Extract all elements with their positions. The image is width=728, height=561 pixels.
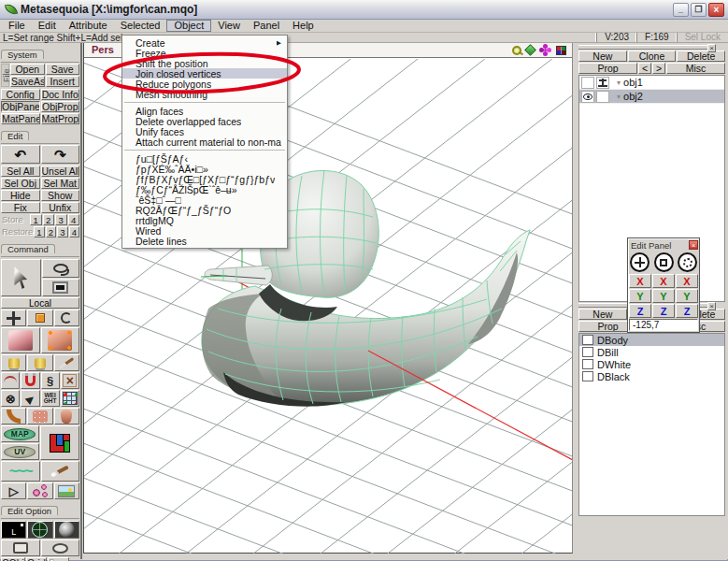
shaded-sphere-option[interactable]	[54, 521, 79, 539]
item-button[interactable]: <	[638, 63, 651, 74]
play-tool[interactable]: ▷	[1, 482, 26, 499]
coordinate-value-field[interactable]: -125,7	[629, 319, 698, 331]
hide-button[interactable]: Hide	[1, 190, 40, 201]
sel-lock[interactable]: Sel Lock	[677, 33, 728, 42]
maximize-button[interactable]: ❐	[691, 3, 707, 17]
move-mode-button[interactable]	[630, 252, 649, 272]
select-tool[interactable]	[1, 259, 41, 296]
menuitem-freeze[interactable]: Freeze	[122, 48, 287, 58]
fix-button[interactable]: Fix	[1, 202, 40, 213]
deform-tool[interactable]	[54, 408, 79, 424]
menu-attribute[interactable]: Attribute	[63, 20, 114, 32]
edit-panel-window[interactable]: Edit Panel × XXXYYYZZZ -125,7	[627, 237, 700, 333]
object-row-obj1[interactable]: ▾obj1	[579, 76, 724, 90]
weld-tool[interactable]: ⊗	[1, 390, 20, 407]
attribute-cell[interactable]	[596, 91, 609, 103]
3-button[interactable]: 3	[57, 226, 67, 237]
rect-select-tool[interactable]	[42, 279, 80, 297]
menuitem-rrtdlgmq[interactable]: rrtdlgMQ	[122, 215, 287, 225]
rotate-mode-button[interactable]	[678, 252, 697, 272]
objprop-button[interactable]: ObjProp	[41, 101, 80, 112]
object-panel-close-icon[interactable]: ×	[707, 44, 716, 52]
move-tool[interactable]	[1, 309, 26, 326]
z-axis-button[interactable]: Z	[652, 304, 675, 318]
new-button[interactable]: New	[578, 309, 627, 320]
curve-tool[interactable]	[1, 372, 20, 389]
menu-edit[interactable]: Edit	[32, 20, 63, 32]
attribute-cell[interactable]	[596, 77, 609, 89]
local-coord-dropdown[interactable]: Local	[1, 297, 79, 309]
menuitem-wired[interactable]: Wired	[122, 225, 287, 236]
sel-all-button[interactable]: Sel All	[1, 165, 40, 177]
light-option[interactable]: L	[1, 521, 26, 539]
new-button[interactable]: New	[578, 50, 627, 62]
material-panel-close-icon[interactable]: ×	[707, 302, 716, 310]
sym-button[interactable]: Sym	[48, 557, 69, 561]
saveas-button[interactable]: SaveAs	[10, 76, 45, 87]
2-button[interactable]: 2	[46, 226, 56, 237]
weight-tool[interactable]: WEI GHT	[41, 390, 60, 407]
clone-button[interactable]: Clone	[628, 50, 677, 62]
uv-button[interactable]: UV	[1, 443, 39, 460]
menuitem-align-faces[interactable]: Align faces	[122, 106, 287, 116]
4-button[interactable]: 4	[69, 226, 79, 237]
menu-help[interactable]: Help	[286, 20, 321, 32]
x-axis-button[interactable]: X	[676, 274, 698, 288]
rect-range-option[interactable]	[1, 539, 40, 556]
magnet-tool[interactable]	[21, 372, 39, 389]
view-mode-label[interactable]: Pers	[84, 43, 124, 57]
undo-button[interactable]: ↶	[1, 145, 40, 164]
wave-tool[interactable]: ~~~	[1, 461, 40, 482]
sel-obj-button[interactable]: Sel Obj	[1, 178, 40, 189]
menu-file[interactable]: File	[2, 20, 32, 32]
rotate-view-icon[interactable]	[544, 49, 547, 51]
menuitem-create[interactable]: Create▶	[122, 37, 287, 48]
y-axis-button[interactable]: Y	[676, 289, 698, 303]
object-panel-grip[interactable]: ×	[578, 45, 716, 50]
visibility-cell[interactable]	[581, 77, 594, 89]
lattice-tool[interactable]	[61, 390, 79, 407]
menuitem-p-x-i[interactable]: ƒpƒXÉ‰ˆÀÄ•i□»	[122, 164, 287, 174]
menuitem-u-a[interactable]: ƒu□[ƒŠƒAƒ‹	[122, 153, 287, 164]
y-axis-button[interactable]: Y	[652, 289, 675, 303]
rotate-tool[interactable]	[54, 309, 79, 326]
texture-cube-button[interactable]	[40, 425, 80, 460]
lasso-range-option[interactable]	[41, 539, 80, 556]
menu-object[interactable]: Object	[166, 20, 211, 32]
menu-panel[interactable]: Panel	[247, 20, 286, 32]
menuitem-rq2-o[interactable]: RQ2ÅƒŒƒ“ƒ_ƒŠƒ“ƒO	[122, 205, 287, 215]
item-button[interactable]: >	[652, 63, 665, 74]
redo-button[interactable]: ↷	[41, 145, 80, 164]
cobj-button[interactable]: CObj	[1, 557, 25, 561]
matpane-button[interactable]: MatPane	[1, 113, 40, 124]
pattern-tool[interactable]	[27, 408, 52, 424]
config-button[interactable]: Config	[1, 89, 40, 100]
material-row-dbody[interactable]: DBody	[579, 334, 724, 346]
zoom-icon[interactable]	[512, 46, 521, 55]
menuitem-shift-the-position[interactable]: Shift the position	[122, 58, 287, 68]
vertex-cube-tool[interactable]	[1, 327, 40, 353]
menuitem-c-l-p[interactable]: ƒ‰ƒCƒ“ÅŽlŠpŒ`ˆê–ʉ»	[122, 184, 287, 194]
collapse-tool[interactable]: ×	[61, 372, 79, 389]
unsel-all-button[interactable]: Unsel All	[41, 165, 80, 177]
1-button[interactable]: 1	[34, 226, 44, 237]
z-axis-button[interactable]: Z	[676, 304, 698, 318]
sel-mat-button[interactable]: Sel Mat	[41, 178, 80, 189]
2-button[interactable]: 2	[43, 214, 55, 225]
menuitem-f-b-x-v-x-g-b-v[interactable]: ƒfƒBƒXƒvƒŒ□[ƒXƒ□ƒ“ƒgƒ}ƒbƒv	[122, 174, 287, 184]
delete-button[interactable]: Delete	[677, 50, 725, 62]
display-color-icon[interactable]	[556, 46, 566, 55]
insert-button[interactable]: Insert	[46, 76, 80, 87]
save-button[interactable]: Save	[46, 64, 80, 75]
menuitem-reduce-polygons[interactable]: Reduce polygons	[122, 79, 287, 89]
show-button[interactable]: Show	[41, 190, 80, 201]
z-axis-button[interactable]: Z	[629, 304, 651, 318]
bend-tool[interactable]	[1, 408, 26, 424]
unfix-button[interactable]: Unfix	[41, 202, 80, 213]
open-button[interactable]: Open	[10, 64, 45, 75]
lasso-select-tool[interactable]	[42, 259, 80, 278]
objpanel-button[interactable]: ObjPanel	[1, 101, 40, 112]
grid-button[interactable]: Grid	[26, 557, 47, 561]
matprop-button[interactable]: MatProp	[41, 113, 80, 124]
extrude-face-tool[interactable]	[27, 354, 52, 371]
